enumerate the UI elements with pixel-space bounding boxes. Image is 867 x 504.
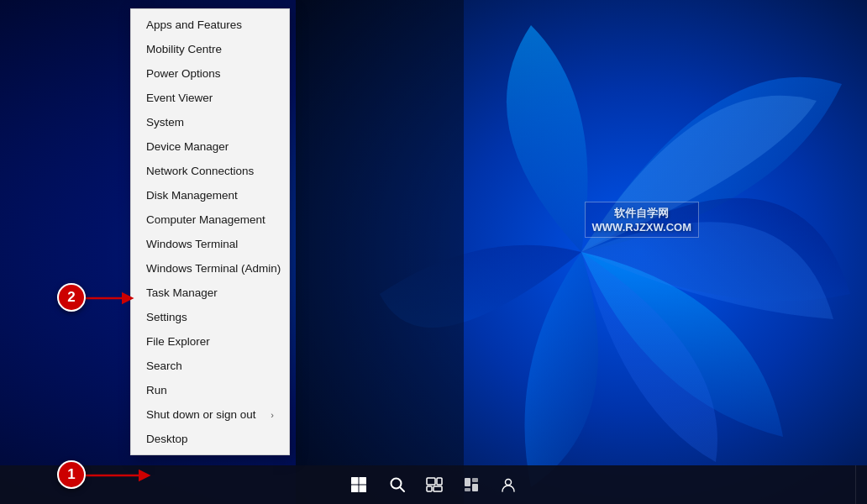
menu-item-label-disk-management: Disk Management	[146, 189, 238, 202]
menu-item-windows-terminal[interactable]: Windows Terminal	[131, 232, 289, 256]
svg-rect-11	[437, 478, 442, 485]
menu-item-power-options[interactable]: Power Options	[131, 61, 289, 86]
menu-item-label-device-manager: Device Manager	[146, 140, 229, 153]
menu-item-task-manager[interactable]: Task Manager	[131, 281, 289, 305]
watermark-line1: 软件自学网	[592, 206, 691, 221]
menu-item-label-windows-terminal: Windows Terminal	[146, 238, 238, 250]
svg-rect-2	[296, 0, 867, 504]
menu-item-system[interactable]: System	[131, 110, 289, 134]
menu-item-windows-terminal-admin[interactable]: Windows Terminal (Admin)	[131, 256, 289, 281]
svg-rect-6	[351, 486, 359, 493]
menu-item-label-run: Run	[146, 384, 167, 396]
svg-point-18	[506, 480, 512, 486]
context-menu: Apps and FeaturesMobility CentrePower Op…	[130, 8, 290, 455]
svg-rect-4	[351, 477, 359, 485]
menu-item-label-mobility-centre: Mobility Centre	[146, 43, 222, 55]
taskbar-search-button[interactable]	[381, 468, 414, 501]
menu-item-label-apps-features: Apps and Features	[146, 18, 242, 31]
menu-item-label-network-connections: Network Connections	[146, 165, 254, 177]
svg-rect-12	[427, 486, 432, 491]
svg-rect-16	[465, 488, 470, 491]
menu-item-apps-features[interactable]: Apps and Features	[131, 13, 289, 37]
menu-item-label-file-explorer: File Explorer	[146, 335, 210, 348]
task-view-button[interactable]	[418, 468, 451, 501]
menu-item-label-settings: Settings	[146, 311, 187, 323]
svg-line-9	[400, 487, 404, 491]
menu-item-disk-management[interactable]: Disk Management	[131, 183, 289, 207]
watermark-line2: WWW.RJZXW.COM	[592, 221, 691, 234]
menu-item-device-manager[interactable]: Device Manager	[131, 134, 289, 159]
menu-item-shut-down[interactable]: Shut down or sign out›	[131, 402, 289, 427]
wallpaper-svg	[296, 0, 867, 504]
menu-item-file-explorer[interactable]: File Explorer	[131, 329, 289, 354]
menu-item-network-connections[interactable]: Network Connections	[131, 159, 289, 183]
svg-rect-7	[360, 486, 367, 493]
svg-rect-13	[434, 486, 442, 491]
watermark: 软件自学网 WWW.RJZXW.COM	[585, 202, 699, 238]
menu-item-search[interactable]: Search	[131, 354, 289, 378]
menu-item-arrow-shut-down: ›	[271, 410, 274, 420]
menu-item-label-task-manager: Task Manager	[146, 286, 218, 299]
menu-item-run[interactable]: Run	[131, 378, 289, 402]
menu-item-mobility-centre[interactable]: Mobility Centre	[131, 37, 289, 61]
menu-item-label-desktop: Desktop	[146, 433, 188, 445]
menu-item-label-search: Search	[146, 360, 182, 372]
annotation-2: 2	[57, 283, 86, 312]
menu-item-event-viewer[interactable]: Event Viewer	[131, 86, 289, 110]
taskbar-show-desktop[interactable]	[855, 465, 867, 504]
svg-rect-5	[360, 477, 367, 485]
svg-rect-10	[427, 478, 435, 485]
menu-item-label-shut-down: Shut down or sign out	[146, 408, 256, 421]
svg-rect-14	[465, 478, 470, 486]
desktop: 软件自学网 WWW.RJZXW.COM Apps and FeaturesMob…	[0, 0, 867, 504]
menu-item-label-computer-management: Computer Management	[146, 213, 265, 226]
svg-rect-17	[472, 484, 478, 491]
menu-item-label-power-options: Power Options	[146, 67, 221, 80]
menu-item-label-system: System	[146, 116, 184, 129]
teams-button[interactable]	[491, 468, 525, 501]
menu-item-computer-management[interactable]: Computer Management	[131, 207, 289, 232]
menu-item-label-event-viewer: Event Viewer	[146, 92, 213, 104]
arrow-1	[84, 467, 151, 484]
start-button[interactable]	[342, 468, 376, 501]
menu-item-label-windows-terminal-admin: Windows Terminal (Admin)	[146, 262, 281, 275]
menu-item-settings[interactable]: Settings	[131, 305, 289, 329]
svg-rect-15	[472, 478, 478, 482]
annotation-1: 1	[57, 460, 86, 489]
menu-item-desktop[interactable]: Desktop	[131, 427, 289, 451]
widgets-button[interactable]	[455, 468, 488, 501]
arrow-2	[84, 290, 134, 307]
